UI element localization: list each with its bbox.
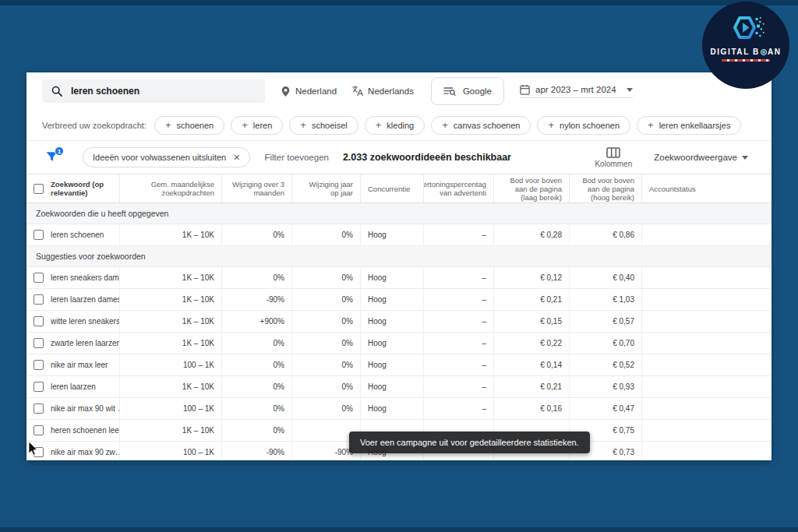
table-row[interactable]: leren laarzen1K – 10K0%0%Hoog–€ 0,21€ 0,… xyxy=(26,376,772,398)
select-all-checkbox[interactable] xyxy=(34,184,44,194)
keyword-cell: nike air max leer xyxy=(26,354,119,375)
avg-monthly-searches-cell: 100 – 1K xyxy=(119,398,221,419)
ad-impression-share-cell: – xyxy=(423,333,493,354)
ad-impression-share-cell: – xyxy=(423,354,493,375)
page-background: leren schoenen Nederland Nederlands Goog… xyxy=(0,0,798,532)
brand-tagline xyxy=(722,59,770,62)
column-header-label: Concurrentie xyxy=(368,185,410,193)
network-selector[interactable]: Google xyxy=(431,77,504,105)
columns-label: Kolommen xyxy=(595,160,632,168)
filter-funnel-button[interactable]: 1 xyxy=(45,150,59,164)
column-header[interactable]: Wijziging jaar op jaar xyxy=(291,174,360,203)
table-row[interactable]: leren schoenen1K – 10K0%0%Hoog–€ 0,28€ 0… xyxy=(26,224,772,246)
top-bid-high-cell: € 1,03 xyxy=(569,289,641,310)
plus-icon: + xyxy=(242,120,248,130)
location-pin-icon xyxy=(281,86,291,97)
broaden-label: Verbreed uw zoekopdracht: xyxy=(42,121,147,130)
broaden-chip[interactable]: +schoenen xyxy=(154,116,224,135)
broaden-chip-label: leren xyxy=(253,121,272,130)
account-status-cell xyxy=(641,354,772,375)
top-edge-strip xyxy=(0,0,798,5)
keyword-label: leren schoenen xyxy=(51,231,104,239)
keyword-cell: zwarte leren laarzen xyxy=(26,333,119,354)
competition-cell: Hoog xyxy=(360,333,423,354)
top-bid-high-cell: € 0,52 xyxy=(569,354,641,375)
remove-filter-icon[interactable]: ✕ xyxy=(233,153,240,163)
date-range-selector[interactable]: apr 2023 – mrt 2024 xyxy=(520,84,633,98)
keyword-cell: heren schoenen leer xyxy=(26,420,119,441)
active-filter-label: Ideeën voor volwassenen uitsluiten xyxy=(93,153,226,162)
change-yoy-cell: 0% xyxy=(291,376,360,397)
section-label: Suggesties voor zoekwoorden xyxy=(36,252,146,261)
broaden-chip[interactable]: +leren enkellaarsjes xyxy=(637,116,741,135)
calendar-icon xyxy=(520,84,530,95)
table-row[interactable]: witte leren sneakers1K – 10K+900%0%Hoog–… xyxy=(26,311,772,333)
plus-icon: + xyxy=(165,120,171,130)
top-bid-low-cell: € 0,15 xyxy=(493,311,569,332)
keyword-planner-panel: leren schoenen Nederland Nederlands Goog… xyxy=(26,72,772,460)
row-checkbox[interactable] xyxy=(34,316,44,326)
broaden-chip[interactable]: +schoeisel xyxy=(289,116,358,135)
keyword-view-dropdown[interactable]: Zoekwoordweergave xyxy=(654,153,748,162)
table-row[interactable]: leren sneakers dam…1K – 10K0%0%Hoog–€ 0,… xyxy=(26,267,772,289)
change-3m-cell: 0% xyxy=(221,420,291,441)
column-header[interactable]: Zoekwoord (op relevantie) xyxy=(26,174,119,203)
top-bid-low-cell: € 0,14 xyxy=(493,354,569,375)
column-header[interactable]: Concurrentie xyxy=(360,174,423,203)
competition-cell: Hoog xyxy=(360,398,423,419)
column-header[interactable]: Accountstatus xyxy=(641,174,772,203)
location-selector[interactable]: Nederland xyxy=(281,86,337,97)
table-header: Zoekwoord (op relevantie)Gem. maandelijk… xyxy=(26,174,772,203)
column-header[interactable]: Gem. maandelijkse zoekopdrachten xyxy=(119,174,221,203)
row-checkbox[interactable] xyxy=(34,360,44,370)
broaden-chip[interactable]: +kleding xyxy=(365,116,425,135)
change-3m-cell: -90% xyxy=(221,442,291,460)
table-row[interactable]: zwarte leren laarzen1K – 10K0%0%Hoog–€ 0… xyxy=(26,333,772,354)
table-row[interactable]: nike air max 90 wit …100 – 1K0%0%Hoog–€ … xyxy=(26,398,772,420)
broaden-chip[interactable]: +leren xyxy=(231,116,283,135)
change-yoy-cell: 0% xyxy=(291,289,360,310)
change-3m-cell: 0% xyxy=(221,224,291,245)
column-header[interactable]: Bod voor boven aan de pagina (laag berei… xyxy=(493,174,569,203)
search-input[interactable]: leren schoenen xyxy=(42,79,265,103)
row-checkbox[interactable] xyxy=(34,273,44,283)
avg-monthly-searches-cell: 100 – 1K xyxy=(119,442,221,460)
table-section-header: Suggesties voor zoekwoorden xyxy=(26,246,772,267)
mouse-cursor-icon xyxy=(28,442,38,456)
brand-o-icon xyxy=(761,49,767,55)
date-range-label: apr 2023 – mrt 2024 xyxy=(535,85,616,94)
add-filter-button[interactable]: Filter toevoegen xyxy=(264,153,328,162)
columns-button[interactable]: Kolommen xyxy=(595,147,632,168)
broaden-chip[interactable]: +nylon schoenen xyxy=(537,116,630,135)
column-header[interactable]: Vertoningspercentag van advertenti xyxy=(423,174,493,203)
chevron-down-icon xyxy=(627,88,633,92)
row-checkbox[interactable] xyxy=(34,382,44,392)
row-checkbox[interactable] xyxy=(34,294,44,305)
row-checkbox[interactable] xyxy=(34,403,44,414)
broaden-chip-label: schoenen xyxy=(177,121,214,130)
table-row[interactable]: nike air max leer100 – 1K0%0%Hoog–€ 0,14… xyxy=(26,354,772,376)
change-yoy-cell: 0% xyxy=(291,398,360,419)
language-label: Nederlands xyxy=(368,86,414,96)
row-checkbox[interactable] xyxy=(34,425,44,435)
row-checkbox[interactable] xyxy=(34,338,44,348)
active-filter-chip[interactable]: Ideeën voor volwassenen uitsluiten ✕ xyxy=(83,147,250,167)
column-header[interactable]: Bod voor boven aan de pagina (hoog berei… xyxy=(569,174,641,203)
change-3m-cell: 0% xyxy=(221,354,291,375)
section-label: Zoekwoorden die u heeft opgegeven xyxy=(36,209,168,218)
language-selector[interactable]: Nederlands xyxy=(352,86,414,97)
change-3m-cell: 0% xyxy=(221,267,291,288)
column-header[interactable]: Wijziging over 3 maanden xyxy=(221,174,291,203)
table-row[interactable]: leren laarzen dames1K – 10K-90%0%Hoog–€ … xyxy=(26,289,772,311)
row-checkbox[interactable] xyxy=(34,230,44,240)
table-body: Zoekwoorden die u heeft opgegevenleren s… xyxy=(26,203,772,460)
column-header-label: Gem. maandelijkse zoekopdrachten xyxy=(127,180,214,197)
account-status-cell xyxy=(641,376,772,397)
account-status-cell xyxy=(641,311,772,332)
keyword-cell: witte leren sneakers xyxy=(26,311,119,332)
keyword-label: leren sneakers dam… xyxy=(51,273,119,282)
column-header-label: Wijziging over 3 maanden xyxy=(229,180,284,197)
column-header-label: Accountstatus xyxy=(649,185,696,193)
broaden-chip[interactable]: +canvas schoenen xyxy=(431,116,531,135)
change-yoy-cell: 0% xyxy=(291,224,360,245)
